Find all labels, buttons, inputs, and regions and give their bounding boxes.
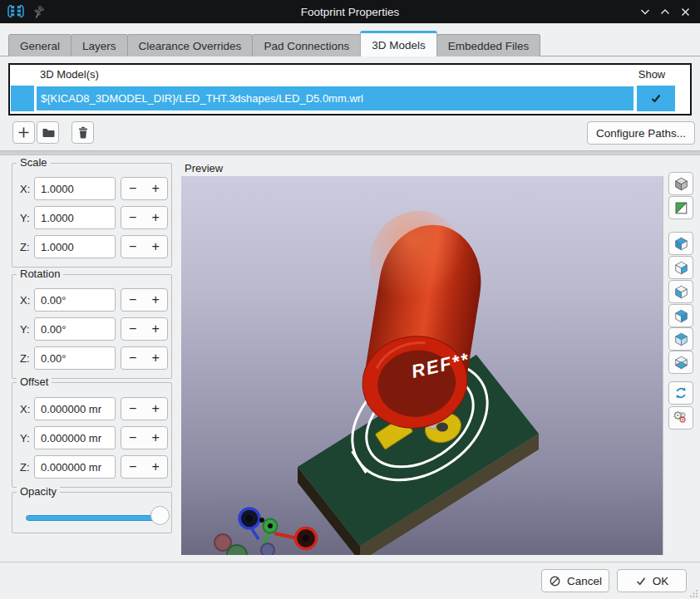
scale-z-label: Z: (20, 241, 30, 253)
configure-paths-button[interactable]: Configure Paths... (587, 121, 695, 145)
increment-button[interactable]: + (145, 456, 168, 478)
window-title: Footprint Properties (0, 6, 700, 18)
model-show-cell[interactable] (637, 86, 675, 111)
scale-x-input[interactable] (34, 177, 116, 200)
orthographic-cube-icon (673, 176, 689, 192)
scale-z-input[interactable] (34, 235, 116, 258)
cancel-icon (549, 575, 561, 587)
increment-button[interactable]: + (145, 347, 168, 369)
rotation-x-label: X: (20, 294, 30, 307)
decrement-button[interactable]: − (121, 456, 145, 478)
increment-button[interactable]: + (145, 178, 168, 199)
ok-check-icon (635, 576, 647, 587)
offset-y-input[interactable] (34, 426, 116, 449)
rotation-x-input[interactable] (34, 288, 116, 312)
tab-3d-models[interactable]: 3D Models (360, 31, 437, 56)
offset-z-stepper[interactable]: − + (121, 455, 168, 479)
scale-y-input[interactable] (34, 206, 116, 229)
close-icon (681, 7, 690, 17)
plus-icon (17, 125, 31, 140)
maximize-window-button[interactable] (657, 5, 673, 18)
decrement-button[interactable]: − (121, 178, 145, 199)
rotation-z-input[interactable] (34, 346, 116, 370)
rotation-group-label: Rotation (17, 268, 63, 280)
increment-button[interactable]: + (145, 427, 168, 449)
offset-x-stepper[interactable]: − + (121, 397, 168, 420)
offset-group: Offset X: − + Y: − + Z: − + (12, 382, 172, 488)
offset-z-input[interactable] (34, 455, 116, 479)
add-model-button[interactable] (12, 121, 35, 144)
rotation-x-stepper[interactable]: − + (121, 288, 168, 312)
tab-layers[interactable]: Layers (71, 34, 128, 56)
view-top-button[interactable] (668, 327, 693, 351)
increment-button[interactable]: + (145, 318, 168, 340)
delete-model-button[interactable] (71, 121, 94, 144)
rotation-y-input[interactable] (34, 317, 116, 341)
view-front-button[interactable] (668, 280, 693, 303)
decrement-button[interactable]: − (121, 236, 145, 258)
offset-x-input[interactable] (34, 397, 116, 420)
rotation-y-stepper[interactable]: − + (121, 317, 168, 341)
view-bottom-button[interactable] (668, 351, 693, 374)
chevron-up-icon (660, 7, 670, 17)
decrement-button[interactable]: − (121, 427, 145, 449)
ok-button[interactable]: OK (617, 569, 687, 592)
view-back-button[interactable] (668, 304, 693, 327)
viewport-settings-button[interactable]: ⚙⚙⚙ (668, 406, 693, 430)
increment-button[interactable]: + (145, 398, 168, 420)
decrement-button[interactable]: − (121, 347, 145, 369)
viewport-settings-icon: ⚙⚙⚙ (673, 410, 689, 426)
tab-clearance-overrides[interactable]: Clearance Overrides (127, 34, 254, 56)
rotation-z-stepper[interactable]: − + (121, 346, 168, 370)
reload-view-button[interactable] (668, 381, 693, 405)
tab-bar: General Layers Clearance Overrides Pad C… (8, 32, 540, 56)
render-material-button[interactable] (668, 196, 693, 219)
decrement-button[interactable]: − (121, 318, 145, 340)
rotation-y-label: Y: (20, 323, 30, 336)
offset-y-stepper[interactable]: − + (121, 426, 168, 449)
opacity-group: Opacity (12, 492, 172, 533)
axis-gizmo (214, 508, 317, 555)
resize-grip[interactable] (690, 589, 698, 597)
browse-model-button[interactable] (37, 121, 59, 144)
increment-button[interactable]: + (145, 289, 168, 311)
opacity-group-label: Opacity (17, 485, 60, 498)
view-right-icon (673, 260, 689, 276)
decrement-button[interactable]: − (121, 289, 145, 311)
increment-button[interactable]: + (145, 207, 168, 228)
section-divider (0, 150, 700, 155)
render-material-icon (673, 200, 689, 216)
check-icon (650, 93, 662, 104)
scale-x-stepper[interactable]: − + (121, 177, 168, 200)
scale-z-stepper[interactable]: − + (121, 235, 168, 258)
model-path-cell[interactable]: ${KICAD8_3DMODEL_DIR}/LED_THT.3dshapes/L… (36, 86, 634, 111)
scale-y-stepper[interactable]: − + (121, 206, 168, 229)
orthographic-projection-button[interactable] (668, 172, 693, 195)
scale-y-label: Y: (20, 212, 30, 224)
scale-x-label: X: (20, 183, 30, 195)
shade-window-button[interactable] (637, 5, 653, 18)
view-right-button[interactable] (668, 256, 693, 279)
3d-preview-canvas[interactable]: REF** (181, 176, 663, 555)
view-left-button[interactable] (668, 232, 693, 255)
tab-pad-connections[interactable]: Pad Connections (252, 34, 361, 56)
view-top-icon (673, 331, 689, 347)
titlebar[interactable]: Footprint Properties (0, 0, 700, 23)
tab-general[interactable]: General (8, 34, 71, 56)
cancel-button[interactable]: Cancel (541, 569, 609, 592)
decrement-button[interactable]: − (121, 398, 145, 420)
scale-group: Scale X: − + Y: − + Z: − + (12, 163, 172, 268)
rotation-z-label: Z: (20, 352, 30, 365)
increment-button[interactable]: + (145, 236, 168, 258)
row-header[interactable] (11, 86, 34, 111)
view-bottom-icon (673, 355, 689, 371)
3d-scene: REF** (181, 176, 663, 555)
decrement-button[interactable]: − (121, 207, 145, 228)
opacity-slider-track[interactable] (26, 515, 165, 521)
close-window-button[interactable] (677, 5, 693, 18)
tab-embedded-files[interactable]: Embedded Files (436, 34, 541, 56)
opacity-slider-handle[interactable] (150, 506, 170, 525)
rotation-group: Rotation X: − + Y: − + Z: − + (12, 274, 172, 379)
chevron-down-icon (640, 7, 650, 17)
trash-icon (76, 125, 91, 140)
